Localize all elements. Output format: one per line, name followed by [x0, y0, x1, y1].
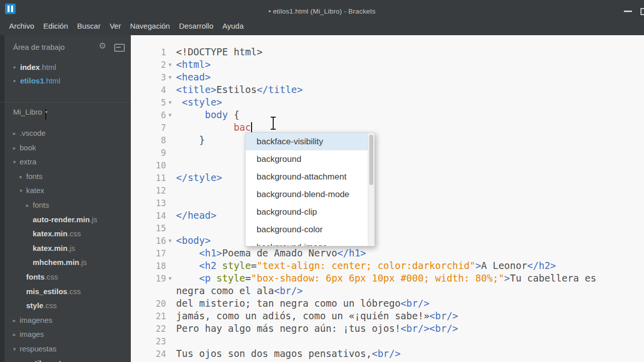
line-number[interactable]: 9 [131, 147, 166, 159]
disclosure-triangle-icon[interactable]: ▸ [13, 142, 16, 154]
line-number-gutter[interactable]: 11 [131, 171, 176, 184]
line-number[interactable]: 23 [131, 335, 166, 348]
scrollbar-thumb[interactable] [369, 135, 373, 185]
line-number-gutter[interactable]: 4 [131, 83, 176, 96]
line-number-gutter[interactable]: 22 [131, 322, 176, 335]
line-number[interactable]: 17 [131, 247, 166, 260]
fold-arrow-icon[interactable]: ▼ [169, 234, 172, 247]
line-number-gutter[interactable]: 17 [131, 247, 176, 259]
minimize-icon[interactable] [624, 11, 632, 12]
code-line[interactable]: 15 [131, 222, 644, 234]
line-number-gutter[interactable]: 12 [131, 184, 176, 197]
line-number[interactable]: 18 [131, 260, 166, 273]
fold-arrow-icon[interactable]: ▼ [169, 272, 172, 285]
tree-item-imagenes[interactable]: ▸imagenes [0, 314, 52, 326]
code-line[interactable]: 3▼<head> [131, 71, 644, 83]
line-number-gutter[interactable]: 24 [131, 347, 176, 360]
line-number-gutter[interactable]: 5▼ [131, 96, 176, 109]
code-line[interactable]: 14</head> [131, 209, 644, 222]
tree-item-mhchem-min[interactable]: mhchem.min.js [0, 256, 87, 268]
code-line[interactable]: 21jamás, como un adiós, como un «¡quién … [131, 310, 644, 322]
disclosure-triangle-icon[interactable]: ▸ [13, 328, 16, 340]
tree-item-estilos-otra[interactable]: estilos_otra.css [0, 357, 82, 362]
autocomplete-item-background-image[interactable]: background-image [246, 238, 374, 246]
tree-item-fonts[interactable]: ▸fonts [0, 199, 49, 211]
code-line[interactable]: 16▼<body> [131, 234, 644, 247]
autocomplete-item-background-color[interactable]: background-color [246, 221, 374, 238]
code-line[interactable]: 22Pero hay algo más negro aún: ¡tus ojos… [131, 322, 644, 335]
line-number-gutter[interactable]: 18 [131, 259, 176, 272]
line-number-gutter[interactable]: 7 [131, 121, 176, 134]
autocomplete-item-backface-visibility[interactable]: backface-visibility [246, 133, 374, 150]
disclosure-triangle-icon[interactable]: ▾ [13, 343, 16, 355]
popup-scrollbar[interactable] [368, 133, 374, 246]
line-number[interactable]: 14 [131, 210, 166, 222]
line-number[interactable]: 5 [131, 97, 166, 109]
tree-item-fonts[interactable]: fonts.css [0, 271, 58, 283]
line-number[interactable]: 11 [131, 172, 166, 185]
tree-item-katex[interactable]: ▾katex [0, 185, 44, 197]
line-number[interactable]: 22 [131, 323, 166, 335]
disclosure-triangle-icon[interactable]: ▸ [26, 199, 29, 211]
code-line[interactable]: 20del misterio; tan negra como un lóbreg… [131, 297, 644, 310]
line-number[interactable]: 13 [131, 197, 166, 210]
code-line[interactable]: 5▼ <style> [131, 96, 644, 109]
line-number-gutter[interactable]: 14 [131, 209, 176, 222]
line-number[interactable]: 7 [131, 122, 166, 134]
fold-arrow-icon[interactable]: ▼ [169, 96, 172, 109]
tree-item-respuestas[interactable]: ▾respuestas [0, 343, 56, 355]
line-number-gutter[interactable]: 23 [131, 335, 176, 347]
disclosure-triangle-icon[interactable]: ▾ [13, 156, 16, 168]
line-number[interactable]: 19 [131, 273, 166, 285]
line-number[interactable]: 4 [131, 84, 166, 97]
tree-item-vscode[interactable]: ▸.vscode [0, 127, 46, 139]
line-number-gutter[interactable]: 21 [131, 310, 176, 322]
disclosure-triangle-icon[interactable]: ▾ [20, 185, 23, 197]
tree-item-katex-min[interactable]: katex.min.css [0, 228, 81, 240]
code-line[interactable]: 18 <h2 style="text-align: center; color:… [131, 259, 644, 272]
menu-navegacio-n[interactable]: Navegación [125, 18, 174, 35]
tree-item-auto-render-min[interactable]: auto-render.min.js [0, 214, 97, 226]
autocomplete-item-background-clip[interactable]: background-clip [246, 203, 374, 221]
code-editor[interactable]: 1<!DOCTYPE html>2▼<html>3▼<head>4<title>… [131, 35, 644, 362]
code-line[interactable]: 4<title>Estilos</title> [131, 83, 644, 96]
line-number-gutter[interactable]: 13 [131, 197, 176, 209]
code-line[interactable]: 7 bac [131, 121, 644, 134]
line-number-gutter[interactable]: 10 [131, 159, 176, 171]
code-line[interactable]: 2▼<html> [131, 58, 644, 71]
tree-item-extra[interactable]: ▾extra [0, 156, 36, 168]
line-number-gutter[interactable]: 15 [131, 222, 176, 234]
line-number[interactable]: 15 [131, 222, 166, 235]
menu-buscar[interactable]: Buscar [72, 18, 105, 35]
line-number-gutter[interactable]: 6▼ [131, 109, 176, 121]
code-line[interactable]: 19▼ <p style="box-shadow: 6px 6px 10px #… [131, 272, 644, 285]
line-number-gutter[interactable]: 1 [131, 46, 176, 58]
disclosure-triangle-icon[interactable]: ▸ [13, 127, 16, 139]
tree-item-style[interactable]: style.css [0, 300, 57, 312]
line-number-gutter[interactable]: 16▼ [131, 234, 176, 247]
line-number[interactable]: 20 [131, 298, 166, 310]
menu-desarrollo[interactable]: Desarrollo [175, 18, 218, 35]
tree-item-images[interactable]: ▸images [0, 328, 44, 340]
code-line-wrap[interactable]: negra como el ala<br/> [131, 285, 644, 297]
tree-item-book[interactable]: ▸book [0, 142, 36, 154]
line-number[interactable]: 2 [131, 59, 166, 71]
disclosure-triangle-icon[interactable]: ▸ [13, 314, 16, 326]
line-number-gutter[interactable]: 9 [131, 146, 176, 159]
code-line[interactable]: 6▼ body { [131, 109, 644, 121]
line-number[interactable]: 10 [131, 159, 166, 172]
maximize-icon[interactable] [640, 8, 644, 15]
autocomplete-item-background-attachment[interactable]: background-attachment [246, 168, 374, 186]
fold-arrow-icon[interactable]: ▼ [169, 109, 172, 121]
fold-arrow-icon[interactable]: ▼ [169, 71, 172, 83]
autocomplete-item-background[interactable]: background [246, 150, 374, 168]
code-line[interactable]: 8 } [131, 134, 644, 146]
line-number[interactable]: 1 [131, 46, 166, 59]
menu-archivo[interactable]: Archivo [5, 18, 39, 35]
line-number[interactable]: 6 [131, 109, 166, 122]
menu-ver[interactable]: Ver [105, 18, 126, 35]
code-line[interactable]: 23 [131, 335, 644, 347]
line-number[interactable]: 16 [131, 235, 166, 247]
code-line[interactable]: 17 <h1>Poema de Amado Nervo</h1> [131, 247, 644, 259]
line-number-gutter[interactable]: 3▼ [131, 71, 176, 83]
